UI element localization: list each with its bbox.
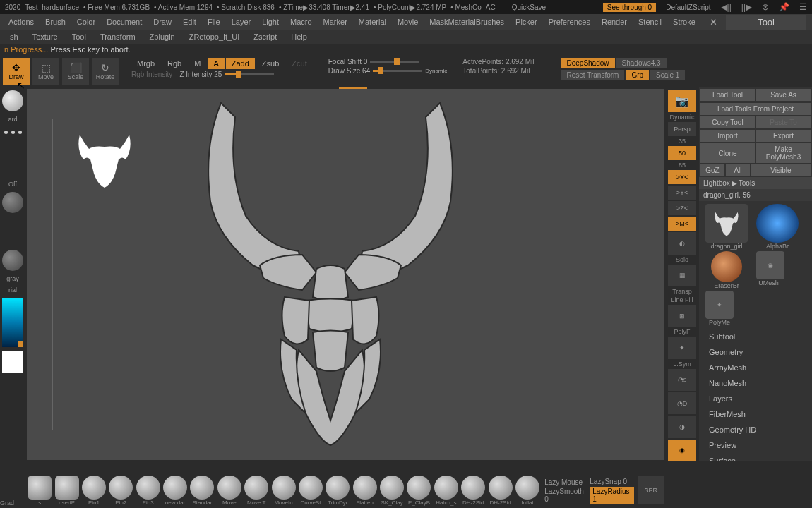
focal-shift-slider[interactable]: Focal Shift 0: [328, 58, 448, 66]
load-project-button[interactable]: Load Tools From Project: [700, 103, 811, 115]
menu-zretopo[interactable]: ZRetopo_It_UI: [182, 31, 247, 42]
menu-actions[interactable]: Actions: [3, 16, 40, 28]
tool-thumb-alpha[interactable]: AlphaBr: [753, 204, 802, 250]
zadd-mode[interactable]: Zadd: [226, 58, 255, 69]
dock-left-icon[interactable]: ◀||: [721, 2, 732, 12]
project-name[interactable]: dragon_girl. 56: [699, 189, 812, 201]
r50-value[interactable]: 50: [668, 146, 696, 160]
menu-stencil[interactable]: Stencil: [633, 16, 667, 28]
tool-panel-header[interactable]: Tool: [726, 15, 806, 30]
menu-tool[interactable]: Tool: [65, 31, 93, 42]
snap-d-button[interactable]: ◔D: [668, 392, 696, 414]
viewport[interactable]: [27, 89, 664, 460]
z-intensity-slider[interactable]: Z Intensity 25: [179, 71, 274, 78]
brush-item[interactable]: nsertP: [54, 476, 79, 506]
see-through-toggle[interactable]: See-through 0: [603, 3, 656, 12]
all-button[interactable]: All: [726, 164, 750, 176]
default-zscript[interactable]: DefaultZScript: [666, 4, 710, 11]
mirror-x-toggle[interactable]: >X<: [668, 170, 696, 184]
lazy-snap-label[interactable]: LazySnap 0: [590, 478, 633, 485]
lightbox-tools-row[interactable]: Lightbox▶Tools: [699, 177, 812, 189]
zsub-mode[interactable]: Zsub: [256, 58, 285, 69]
scale-mode-button[interactable]: ⬛Scale: [62, 58, 89, 85]
transp-button[interactable]: ▦: [668, 265, 696, 286]
mirror-y-toggle[interactable]: >Y<: [668, 186, 696, 200]
brush-item[interactable]: MoveIn: [270, 476, 296, 506]
visible-button[interactable]: Visible: [751, 164, 811, 176]
menu-marker[interactable]: Marker: [318, 16, 353, 28]
brush-item[interactable]: Hatch_s: [434, 476, 459, 506]
brush-item[interactable]: Pin2: [108, 476, 133, 506]
stroke-dots-icon[interactable]: [2, 127, 23, 137]
shadow-button[interactable]: ◑: [668, 416, 696, 437]
tool-thumb-eraser[interactable]: EraserBr: [702, 251, 751, 289]
goz-button[interactable]: GoZ: [700, 164, 724, 176]
brush-item[interactable]: Pin3: [136, 476, 161, 506]
clone-button[interactable]: Clone: [700, 143, 755, 163]
grp-toggle[interactable]: Grp: [626, 70, 649, 80]
menu-brush[interactable]: Brush: [40, 16, 71, 28]
brush-item[interactable]: Pin1: [81, 476, 107, 506]
section-nanomesh[interactable]: NanoMesh: [699, 375, 812, 391]
brush-item[interactable]: DH-2Sid: [460, 476, 486, 506]
section-geometry[interactable]: Geometry: [699, 344, 812, 360]
section-preview[interactable]: Preview: [699, 437, 812, 453]
reset-transform-button[interactable]: Reset Transform: [561, 70, 624, 80]
import-button[interactable]: Import: [700, 130, 755, 142]
tool-thumb-umesh[interactable]: ◉UMesh_: [753, 251, 788, 289]
section-geometryhd[interactable]: Geometry HD: [699, 422, 812, 437]
a-mode[interactable]: A: [208, 58, 224, 69]
close-panel-icon[interactable]: ⊗: [762, 2, 769, 12]
brush-item[interactable]: Standar: [189, 476, 215, 506]
solo-button[interactable]: ◐: [668, 232, 696, 254]
copy-tool-button[interactable]: Copy Tool: [700, 116, 755, 128]
menu-zplugin[interactable]: Zplugin: [143, 31, 182, 42]
make-polymesh-button[interactable]: Make PolyMesh3: [756, 143, 811, 163]
tool-thumb-polyme[interactable]: ✦PolyMe: [702, 291, 737, 326]
menu-document[interactable]: Document: [101, 16, 148, 28]
m-mode[interactable]: M: [189, 58, 206, 69]
menu-help[interactable]: Help: [284, 31, 314, 42]
move-mode-button[interactable]: ⬚Move: [32, 58, 59, 85]
brush-item[interactable]: Flatten: [352, 476, 378, 506]
menu-sh[interactable]: sh: [3, 31, 25, 42]
deepshadow-toggle[interactable]: DeepShadow: [561, 58, 614, 68]
pin-icon[interactable]: 📌: [779, 2, 789, 12]
close-panel-icon[interactable]: ✕: [704, 15, 723, 30]
rotate-mode-button[interactable]: ↻Rotate: [92, 58, 119, 85]
brush-item[interactable]: Move T: [244, 476, 269, 506]
menu-layer[interactable]: Layer: [226, 16, 257, 28]
section-fibermesh[interactable]: FiberMesh: [699, 406, 812, 422]
camera-button[interactable]: 📷: [668, 90, 696, 112]
draw-size-slider[interactable]: Draw Size 64Dynamic: [328, 67, 448, 75]
menu-draw[interactable]: Draw: [148, 16, 177, 28]
scale-value[interactable]: Scale 1: [650, 70, 685, 80]
menu-maskmaterial[interactable]: MaskMaterialBrushes: [424, 16, 510, 28]
rgb-mode[interactable]: Rgb: [162, 58, 187, 69]
menu-color[interactable]: Color: [71, 16, 101, 28]
shadows-value[interactable]: Shadows4.3: [616, 58, 667, 68]
menu-edit[interactable]: Edit: [177, 16, 202, 28]
mirror-z-toggle[interactable]: >Z<: [668, 201, 696, 215]
menu-render[interactable]: Render: [596, 16, 633, 28]
brush-item[interactable]: Inflat: [515, 476, 540, 506]
zcut-mode[interactable]: Zcut: [286, 58, 312, 69]
brush-item[interactable]: E_ClayB: [406, 476, 431, 506]
quicksave-button[interactable]: QuickSave: [512, 4, 546, 11]
spr-button[interactable]: SPR: [638, 476, 664, 504]
menu-stroke[interactable]: Stroke: [667, 16, 701, 28]
color-picker[interactable]: [2, 298, 23, 347]
brush-item[interactable]: SK_Clay: [379, 476, 405, 506]
brush-item[interactable]: TrimDyr: [325, 476, 350, 506]
alpha-thumb[interactable]: [2, 192, 23, 213]
brush-item[interactable]: DH-2Sid: [487, 476, 513, 506]
tool-thumb-dragon[interactable]: dragon_girl: [702, 204, 751, 250]
menu-light[interactable]: Light: [256, 16, 285, 28]
menu-macro[interactable]: Macro: [285, 16, 318, 28]
paste-tool-button[interactable]: Paste To: [756, 116, 811, 128]
menu-preferences[interactable]: Preferences: [543, 16, 596, 28]
dock-right-icon[interactable]: ||▶: [741, 2, 752, 12]
section-surface[interactable]: Surface: [699, 453, 812, 461]
brush-item[interactable]: new dar: [162, 476, 188, 506]
brush-item[interactable]: s: [27, 476, 52, 506]
